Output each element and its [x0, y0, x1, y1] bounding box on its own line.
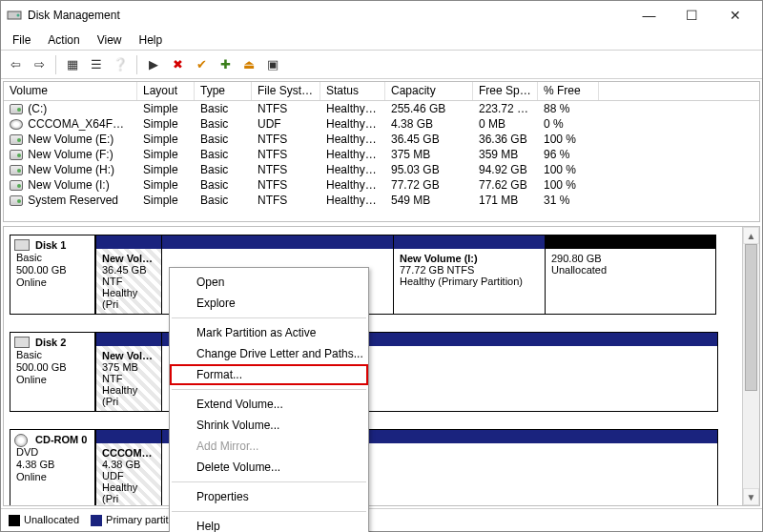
cell: 100 %: [538, 177, 599, 193]
partition[interactable]: New Volume (I:)77.72 GB NTFSHealthy (Pri…: [393, 235, 546, 315]
cell: Healthy (B...: [320, 101, 385, 116]
volume-row[interactable]: New Volume (H:)SimpleBasicNTFSHealthy (P…: [4, 162, 759, 177]
volume-row[interactable]: (C:)SimpleBasicNTFSHealthy (B...255.46 G…: [4, 101, 759, 116]
help-icon[interactable]: ❔: [110, 54, 131, 75]
menu-item-extend-volume[interactable]: Extend Volume...: [170, 394, 368, 415]
disk-label[interactable]: CD-ROM 0DVD4.38 GBOnline: [10, 429, 95, 505]
partition-status: Healthy (Pri: [102, 481, 155, 504]
disk-name: Disk 1: [35, 239, 89, 251]
menu-item-change-drive-letter-and-paths[interactable]: Change Drive Letter and Paths...: [170, 343, 368, 364]
disk-label[interactable]: Disk 1Basic500.00 GBOnline: [10, 235, 95, 315]
volume-list-header[interactable]: Volume Layout Type File System Status Ca…: [4, 82, 759, 101]
disk-label[interactable]: Disk 2Basic500.00 GBOnline: [10, 332, 95, 412]
scrollbar-vertical[interactable]: ▲ ▼: [742, 227, 759, 505]
cell: 36.45 GB: [385, 132, 473, 147]
menu-item-explore[interactable]: Explore: [170, 293, 368, 314]
back-icon[interactable]: ⇦: [5, 54, 26, 75]
partition[interactable]: CCCOMA_X4.38 GB UDFHealthy (Pri: [95, 429, 162, 505]
volume-row[interactable]: New Volume (E:)SimpleBasicNTFSHealthy (P…: [4, 132, 759, 147]
graphical-view[interactable]: Disk 1Basic500.00 GBOnlineNew Volume36.4…: [4, 227, 742, 505]
legend-swatch-primary: [91, 515, 102, 526]
disk-state: Online: [16, 276, 89, 288]
cell: System Reserved: [4, 193, 137, 208]
col-layout[interactable]: Layout: [137, 82, 195, 100]
menu-item-help[interactable]: Help: [170, 516, 368, 532]
partition-status: Unallocated: [551, 264, 710, 276]
cell: Healthy (P...: [320, 116, 385, 132]
partition-size: 4.38 GB UDF: [102, 459, 155, 481]
col-freespace[interactable]: Free Spa...: [473, 82, 538, 100]
volume-row[interactable]: System ReservedSimpleBasicNTFSHealthy (S…: [4, 193, 759, 208]
unallocated-region[interactable]: 290.80 GBUnallocated: [545, 235, 716, 315]
minimize-button[interactable]: ―: [628, 1, 670, 30]
cell: CCCOMA_X64FRE...: [4, 116, 137, 132]
menu-item-mark-partition-as-active[interactable]: Mark Partition as Active: [170, 322, 368, 343]
toolbar-separator: [55, 55, 56, 74]
check-icon[interactable]: ✔: [191, 54, 212, 75]
new-icon[interactable]: ✚: [215, 54, 236, 75]
disk-row: Disk 2Basic500.00 GBOnlineNew Volume375 …: [10, 332, 736, 412]
legend: Unallocated Primary partition: [1, 508, 762, 531]
cell: Simple: [137, 193, 195, 208]
partition[interactable]: New Volume375 MB NTFHealthy (Pri: [95, 332, 162, 412]
titlebar[interactable]: Disk Management ― ☐ ✕: [1, 1, 762, 30]
volume-row[interactable]: CCCOMA_X64FRE...SimpleBasicUDFHealthy (P…: [4, 116, 759, 132]
volume-row[interactable]: New Volume (I:)SimpleBasicNTFSHealthy (P…: [4, 177, 759, 193]
cell: 36.36 GB: [473, 132, 538, 147]
cell: NTFS: [252, 162, 320, 177]
col-filesystem[interactable]: File System: [252, 82, 320, 100]
col-status[interactable]: Status: [320, 82, 385, 100]
disk-size: 4.38 GB: [16, 459, 89, 470]
partition[interactable]: New Volume36.45 GB NTFHealthy (Pri: [95, 235, 162, 315]
cell: Simple: [137, 162, 195, 177]
scroll-down-icon[interactable]: ▼: [743, 488, 759, 505]
col-type[interactable]: Type: [195, 82, 252, 100]
menu-help[interactable]: Help: [132, 31, 171, 49]
forward-icon[interactable]: ⇨: [29, 54, 50, 75]
disk-kind: Basic: [16, 349, 89, 360]
scroll-thumb[interactable]: [745, 244, 757, 391]
disk-name: Disk 2: [35, 337, 89, 348]
cell: NTFS: [252, 193, 320, 208]
menu-view[interactable]: View: [90, 31, 130, 49]
grid-icon[interactable]: ▣: [262, 54, 283, 75]
col-capacity[interactable]: Capacity: [385, 82, 473, 100]
action-icon[interactable]: ▶: [143, 54, 164, 75]
delete-icon[interactable]: ✖: [167, 54, 188, 75]
menu-item-shrink-volume[interactable]: Shrink Volume...: [170, 415, 368, 436]
context-menu[interactable]: OpenExploreMark Partition as ActiveChang…: [169, 267, 369, 532]
refresh-icon[interactable]: ▦: [62, 54, 83, 75]
volume-row[interactable]: New Volume (F:)SimpleBasicNTFSHealthy (P…: [4, 147, 759, 162]
cell: Healthy (P...: [320, 162, 385, 177]
scroll-up-icon[interactable]: ▲: [743, 227, 759, 244]
partition-size: 36.45 GB NTF: [102, 264, 155, 287]
col-pctfree[interactable]: % Free: [538, 82, 599, 100]
drive-icon: [10, 150, 23, 160]
volume-list[interactable]: Volume Layout Type File System Status Ca…: [3, 81, 760, 222]
disk-icon: [14, 337, 30, 348]
svg-point-1: [17, 14, 20, 17]
partition-size: 77.72 GB NTFS: [400, 264, 539, 276]
partition-title: New Volume: [102, 253, 155, 264]
eject-icon[interactable]: ⏏: [238, 54, 259, 75]
cell: New Volume (I:): [4, 177, 137, 193]
menu-file[interactable]: File: [5, 31, 38, 49]
menu-item-properties[interactable]: Properties: [170, 486, 368, 507]
cell: 0 %: [538, 116, 599, 132]
scroll-track[interactable]: [743, 244, 759, 488]
disk-name: CD-ROM 0: [35, 434, 89, 445]
maximize-button[interactable]: ☐: [670, 1, 713, 30]
close-button[interactable]: ✕: [713, 1, 756, 30]
cell: Healthy (S...: [320, 193, 385, 208]
cell: Simple: [137, 101, 195, 116]
cell: Healthy (P...: [320, 132, 385, 147]
col-volume[interactable]: Volume: [4, 82, 137, 100]
menu-item-format[interactable]: Format...: [170, 364, 368, 385]
menu-item-delete-volume[interactable]: Delete Volume...: [170, 457, 368, 478]
cell: NTFS: [252, 132, 320, 147]
menu-item-open[interactable]: Open: [170, 272, 368, 293]
properties-icon[interactable]: ☰: [86, 54, 107, 75]
disk-size: 500.00 GB: [16, 361, 89, 373]
partition-status: Healthy (Pri: [102, 384, 155, 407]
menu-action[interactable]: Action: [40, 31, 87, 49]
